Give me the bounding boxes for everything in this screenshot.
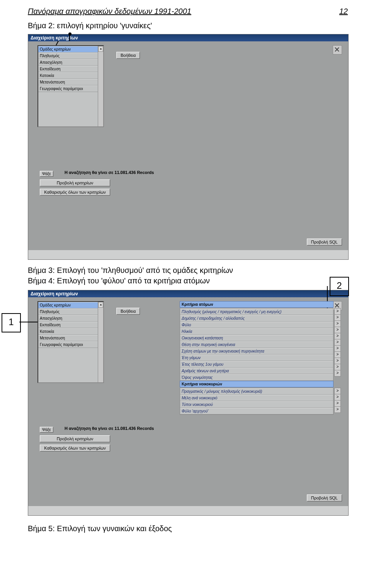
window-titlebar: Διαχείριση κριτηρίων xyxy=(28,290,348,297)
expand-button[interactable]: > xyxy=(334,358,341,364)
clear-all-button[interactable]: Καθαρισμός όλων των κριτηρίων xyxy=(40,189,110,196)
arrow-segment xyxy=(69,34,70,41)
status-bar xyxy=(28,250,348,259)
help-button[interactable]: Βοήθεια xyxy=(116,52,140,59)
expand-button[interactable]: > xyxy=(334,370,341,377)
expand-button[interactable]: > xyxy=(334,333,341,339)
view-sql-button[interactable]: Προβολή SQL xyxy=(307,239,342,245)
expand-button[interactable]: > xyxy=(334,400,341,407)
expand-button[interactable]: > xyxy=(334,406,341,413)
list-item[interactable]: Πληθυσμός xyxy=(38,53,103,59)
list-item[interactable]: Ομάδες κριτηρίων xyxy=(38,46,103,53)
search-button[interactable]: Ψάξε xyxy=(40,171,53,177)
callout-2: 2 xyxy=(330,277,349,296)
criteria-groups-list[interactable]: Ομάδες κριτηρίων Πληθυσμός Απασχόληση Εκ… xyxy=(37,45,104,127)
screenshot2: 1 2 Διαχείριση κριτηρίων Ομάδες κριτηρίω… xyxy=(28,290,349,516)
help-button[interactable]: Βοήθεια xyxy=(116,308,140,315)
expand-button[interactable]: > xyxy=(334,339,341,346)
status-bar xyxy=(28,506,348,515)
list-item[interactable]: Ηλικία xyxy=(180,328,333,335)
view-criteria-button[interactable]: Προβολή κριτηρίων xyxy=(40,435,110,442)
persons-list: Πληθυσμός (μόνιμος / πραγματικός / ενεργ… xyxy=(180,308,334,381)
page-header: Πανόραμα απογραφικών δεδομένων 1991-2001… xyxy=(28,7,348,16)
expand-button[interactable]: > xyxy=(334,394,341,401)
households-header: Κριτήρια νοικοκυριών xyxy=(180,381,334,387)
expand-button[interactable]: > xyxy=(334,320,341,327)
search-note: Η αναζήτηση θα γίνει σε 11.081.436 Recor… xyxy=(65,170,154,175)
step5-title: Βήμα 5: Επιλογή των γυναικών και έξοδος xyxy=(28,524,371,533)
list-item[interactable]: Γεωγραφικές παράμετροι xyxy=(38,85,103,92)
list-item[interactable]: Κατοικία xyxy=(38,328,103,335)
persons-header: Κριτήρια ατόμων xyxy=(180,301,334,308)
screenshot1: Διαχείριση κριτηρίων Ομάδες κριτηρίων Πλ… xyxy=(28,34,349,260)
list-item[interactable]: Μέλη ανά νοικοκυριό xyxy=(180,395,333,401)
page-number: 12 xyxy=(339,7,348,16)
scrollbar[interactable]: ▴ xyxy=(98,302,103,382)
list-item[interactable]: Δημότης / ετεροδημότης / αλλοδαπός xyxy=(180,315,333,322)
list-item[interactable]: Έτη γάμων xyxy=(180,355,333,361)
criteria-groups-list[interactable]: Ομάδες κριτηρίων Πληθυσμός Απασχόληση Εκ… xyxy=(37,301,104,383)
list-item[interactable]: Κατοικία xyxy=(38,72,103,79)
expand-button[interactable]: > xyxy=(334,308,341,315)
search-note: Η αναζήτηση θα γίνει σε 11.081.436 Recor… xyxy=(65,426,154,431)
expand-button[interactable]: > xyxy=(334,327,341,333)
list-item[interactable]: Πληθυσμός (μόνιμος / πραγματικός / ενεργ… xyxy=(180,308,333,315)
expand-button[interactable]: > xyxy=(334,345,341,352)
scroll-up-icon[interactable]: ▴ xyxy=(98,46,103,52)
clear-all-button[interactable]: Καθαρισμός όλων των κριτηρίων xyxy=(40,445,110,452)
scroll-up-icon[interactable]: ▴ xyxy=(98,302,103,308)
households-list: Πραγματικός / μόνιμος πληθυσμός (νοικοκυ… xyxy=(180,388,334,415)
expand-button[interactable]: > xyxy=(334,314,341,321)
expand-button[interactable]: > xyxy=(334,364,341,370)
view-criteria-button[interactable]: Προβολή κριτηρίων xyxy=(40,179,110,186)
callout-1: 1 xyxy=(2,313,21,332)
list-item[interactable]: Οικογενειακή κατάσταση xyxy=(180,335,333,341)
list-item[interactable]: Μετανάστευση xyxy=(38,335,103,341)
list-item[interactable]: Εκπαίδευση xyxy=(38,322,103,328)
list-item[interactable]: Έτος τέλεσης 1ου γάμου xyxy=(180,361,333,368)
list-item[interactable]: Ομάδες κριτηρίων xyxy=(38,302,103,308)
step4-title: Βήμα 4: Επιλογή του 'φύλου' από τα κριτή… xyxy=(28,276,371,285)
scrollbar[interactable]: ▴ xyxy=(98,46,103,126)
list-item[interactable]: Θέση στην πυρηνική οικογένεια xyxy=(180,341,333,348)
list-item[interactable]: Πραγματικός / μόνιμος πληθυσμός (νοικοκυ… xyxy=(180,388,333,395)
close-icon[interactable] xyxy=(333,45,342,55)
step2-title: Βήμα 2: επιλογή κριτηρίου 'γυναίκες' xyxy=(28,21,371,30)
list-item[interactable]: Πληθυσμός xyxy=(38,308,103,315)
list-item[interactable]: Εκπαίδευση xyxy=(38,66,103,72)
list-item[interactable]: Μετανάστευση xyxy=(38,79,103,85)
window-titlebar: Διαχείριση κριτηρίων xyxy=(28,34,348,41)
expand-button[interactable]: > xyxy=(334,388,341,394)
list-item[interactable]: Τύποι νοικοκυριού xyxy=(180,401,333,408)
list-item[interactable]: Αριθμός τέκνων ανά μητέρα xyxy=(180,368,333,374)
search-button[interactable]: Ψάξε xyxy=(40,427,53,433)
list-item[interactable]: Απασχόληση xyxy=(38,59,103,66)
list-item[interactable]: Φύλο xyxy=(180,322,333,328)
doc-title: Πανόραμα απογραφικών δεδομένων 1991-2001 xyxy=(28,7,191,16)
view-sql-button[interactable]: Προβολή SQL xyxy=(307,494,342,501)
list-item[interactable]: Όψος γονιμότητας xyxy=(180,374,333,381)
step3-title: Βήμα 3: Επιλογή του 'πληθυσμού' από τις … xyxy=(28,266,371,275)
expand-button[interactable]: > xyxy=(334,351,341,358)
list-item[interactable]: Γεωγραφικές παράμετροι xyxy=(38,341,103,348)
list-item[interactable]: Απασχόληση xyxy=(38,315,103,322)
list-item[interactable]: Σχέση ατόμων με την οικογενειακή πυρηνικ… xyxy=(180,348,333,355)
list-item[interactable]: Φύλο 'αρχηγού' xyxy=(180,408,333,414)
